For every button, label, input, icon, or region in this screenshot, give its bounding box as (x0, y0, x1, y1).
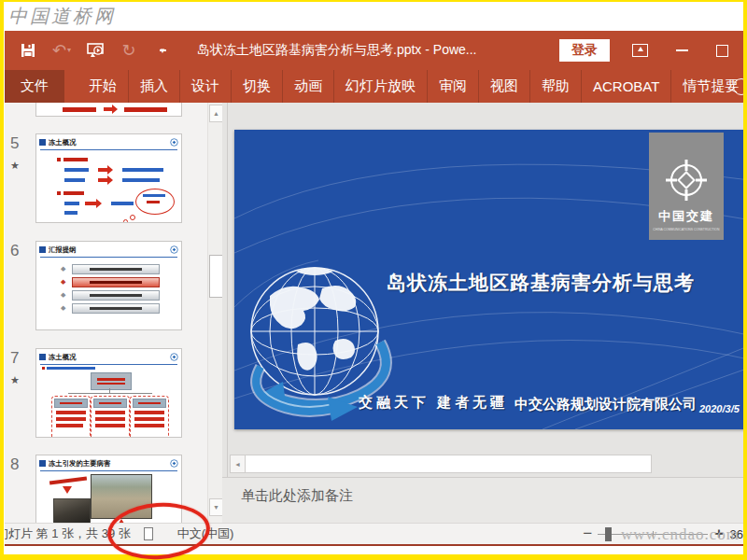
window-title: 岛状冻土地区路基病害分析与思考.pptx - Powe... (197, 42, 476, 59)
slide-number: 5 (10, 134, 19, 153)
company-logo-text: 中国交建 (658, 208, 714, 225)
animation-star-icon: ★ (10, 374, 20, 386)
thumbnail-slide-5[interactable]: 冻土概况 (35, 133, 182, 223)
slide-canvas[interactable]: 中国交建 CHINA COMMUNICATIONS CONSTRUCTION (234, 130, 743, 429)
slide-editor-area: 中国交建 CHINA COMMUNICATIONS CONSTRUCTION (222, 103, 743, 523)
horizontal-scroll-track[interactable] (246, 455, 652, 473)
scrollbar-thumb[interactable] (209, 255, 223, 298)
slide-date-text[interactable]: 2020/3/5 (699, 403, 740, 414)
mini-company-logo-icon (170, 245, 178, 254)
mini-flag-icon (39, 246, 46, 253)
title-bar: ↶▾ ↻ ▾ 岛状冻土地区路基病害分析与思考.pptx - Powe... 登录 (5, 31, 743, 70)
site-watermark-bottom: www.cndao.com (621, 525, 740, 544)
scroll-up-icon[interactable]: ▲ (209, 105, 223, 122)
start-slideshow-icon[interactable] (85, 40, 106, 61)
slide-slogan-text[interactable]: 交融天下 建者无疆 (359, 394, 508, 412)
slide-title-text[interactable]: 岛状冻土地区路基病害分析与思考 (387, 270, 695, 296)
maximize-icon[interactable] (716, 45, 728, 57)
thumbnail-slide-7[interactable]: 冻土概况 (35, 348, 182, 438)
search-icon[interactable] (733, 78, 743, 95)
slide-company-text[interactable]: 中交公路规划设计院有限公司 (514, 396, 697, 413)
tab-view[interactable]: 视图 (479, 70, 530, 103)
tab-slideshow[interactable]: 幻灯片放映 (334, 70, 428, 103)
company-logo-subtext: CHINA COMMUNICATIONS CONSTRUCTION (653, 227, 719, 231)
ribbon-tab-bar: 文件 开始 插入 设计 切换 动画 幻灯片放映 审阅 视图 帮助 ACROBAT… (5, 70, 743, 103)
window-controls (632, 44, 728, 57)
panel-divider[interactable] (227, 103, 228, 523)
thumbnail-slide-4-partial[interactable] (35, 103, 182, 117)
ribbon-display-options-icon[interactable] (632, 44, 648, 57)
zoom-slider-thumb[interactable] (605, 527, 612, 541)
mini-company-logo-icon (170, 353, 178, 361)
slide-number: 7 (10, 349, 19, 368)
slide-number: 8 (10, 455, 19, 474)
tab-review[interactable]: 审阅 (428, 70, 479, 103)
save-icon[interactable] (18, 40, 38, 61)
redo-icon[interactable]: ↻ (119, 40, 139, 61)
tab-design[interactable]: 设计 (180, 70, 232, 103)
tab-help[interactable]: 帮助 (530, 70, 582, 103)
tab-file[interactable]: 文件 (5, 70, 64, 103)
mini-company-logo-icon (170, 459, 178, 468)
mini-flag-icon (39, 139, 46, 146)
undo-icon[interactable]: ↶▾ (51, 40, 72, 61)
scroll-down-icon[interactable]: ▼ (209, 498, 223, 516)
thumbnail-scrollbar[interactable]: ▲ ▼ (207, 103, 223, 523)
notes-placeholder[interactable]: 单击此处添加备注 (241, 487, 743, 505)
company-logo-icon (665, 159, 708, 202)
signin-button[interactable]: 登录 (559, 39, 610, 62)
tab-acrobat[interactable]: ACROBAT (582, 70, 671, 103)
scroll-left-icon[interactable]: ◄ (230, 455, 246, 473)
mini-flag-icon (39, 354, 46, 360)
tab-insert[interactable]: 插入 (129, 70, 180, 103)
minimize-icon[interactable] (676, 49, 688, 51)
slide-thumbnail-panel: 5 ★ 冻土概况 (5, 103, 207, 523)
mini-road-photo (53, 498, 91, 523)
customize-qat-icon[interactable]: ▾ (152, 40, 173, 61)
notes-pane[interactable]: 单击此处添加备注 (222, 477, 743, 523)
mini-slide-title: 冻土概况 (49, 137, 76, 147)
mini-flag-icon (39, 460, 46, 467)
slide-number: 6 (10, 242, 19, 260)
page-background: 中国道桥网 ↶▾ (4, 2, 743, 554)
tab-home[interactable]: 开始 (78, 70, 129, 103)
zoom-out-icon[interactable]: − (577, 525, 598, 543)
company-badge: 中国交建 CHINA COMMUNICATIONS CONSTRUCTION (649, 133, 724, 240)
horizontal-scrollbar[interactable]: ◄ (230, 455, 652, 473)
animation-star-icon: ★ (10, 160, 20, 172)
thumbnail-slide-6[interactable]: 汇报提纲 ◆ ◆ ◆ ◆ (35, 241, 182, 330)
workspace: 5 ★ 冻土概况 (5, 103, 743, 523)
powerpoint-window: ↶▾ ↻ ▾ 岛状冻土地区路基病害分析与思考.pptx - Powe... 登录 (5, 31, 743, 546)
mini-company-logo-icon (170, 138, 178, 147)
site-watermark-top: 中国道桥网 (8, 4, 116, 29)
tab-animations[interactable]: 动画 (283, 70, 334, 103)
tab-transitions[interactable]: 切换 (232, 70, 283, 103)
mini-slide-title: 汇报提纲 (49, 245, 76, 254)
mini-slide-title: 冻土引发的主要病害 (49, 458, 110, 468)
mini-slide-title: 冻土概况 (49, 352, 76, 361)
quick-access-toolbar: ↶▾ ↻ ▾ (18, 40, 173, 61)
